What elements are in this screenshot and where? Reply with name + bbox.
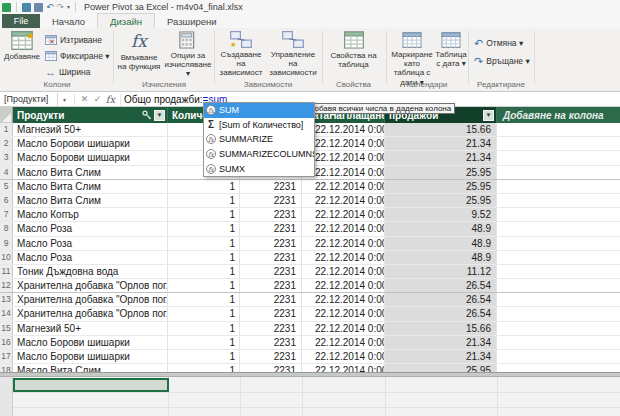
table-row[interactable]: 6 Масло Вита Слим 1 2231 22.12.2014 0:00… [0, 194, 620, 208]
cell-order-number[interactable]: 2231 [240, 279, 302, 292]
cell-sales[interactable]: 48.9 [385, 251, 497, 264]
cell-order-number[interactable]: 2231 [240, 180, 302, 193]
insert-function-icon[interactable]: fx [104, 94, 117, 105]
cell-order-number[interactable]: 2231 [240, 293, 302, 306]
cell-add-column[interactable] [497, 336, 620, 349]
table-row[interactable]: 9 Масло Роза 1 2231 22.12.2014 0:00:00 4… [0, 237, 620, 251]
cell-sales[interactable]: 26.54 [385, 293, 497, 306]
cell-quantity[interactable]: 1 [168, 293, 240, 306]
cell-product[interactable]: Масло Борови шишарки [13, 350, 168, 363]
table-row[interactable]: 11 Тоник Дъждовна вода 1 2231 22.12.2014… [0, 265, 620, 279]
cell-sales[interactable]: 15.66 [385, 322, 497, 335]
row-number[interactable]: 12 [0, 279, 13, 292]
undo-icon[interactable]: ↶ [46, 3, 54, 12]
cell-sales[interactable]: 9.52 [385, 208, 497, 221]
cell-quantity[interactable]: 1 [168, 307, 240, 320]
row-number[interactable]: 2 [0, 137, 13, 150]
cell-sales[interactable]: 48.9 [385, 222, 497, 235]
table-row[interactable]: 14 Хранителна добавка "Орлов поглед" 1 2… [0, 307, 620, 321]
row-number[interactable]: 15 [0, 322, 13, 335]
cell-payment-date[interactable]: 22.12.2014 0:00:00 [302, 364, 385, 372]
row-number[interactable]: 14 [0, 307, 13, 320]
cell-add-column[interactable] [497, 222, 620, 235]
cell-quantity[interactable]: 1 [168, 222, 240, 235]
filter-dropdown-icon[interactable]: ▼ [483, 110, 494, 121]
cell-payment-date[interactable]: 22.12.2014 0:00:00 [302, 180, 385, 193]
cell-quantity[interactable]: 1 [168, 208, 240, 221]
cell-payment-date[interactable]: 22.12.2014 0:00:00 [302, 251, 385, 264]
switch-to-workbook-icon[interactable] [22, 3, 31, 12]
freeze-column-button[interactable]: Фиксиране ▾ [45, 49, 110, 63]
table-row[interactable]: 7 Масло Копър 1 2231 22.12.2014 0:00:00 … [0, 208, 620, 222]
cell-order-number[interactable]: 2231 [240, 350, 302, 363]
cell-product[interactable]: Хранителна добавка "Орлов поглед" [13, 279, 168, 292]
cell-product[interactable]: Масло Роза [13, 251, 168, 264]
filter-dropdown-icon[interactable]: ▼ [154, 110, 165, 121]
cell-order-number[interactable]: 2231 [240, 222, 302, 235]
autocomplete-item[interactable]: Σ [Sum of Количество] [204, 118, 314, 133]
table-row[interactable]: 8 Масло Роза 1 2231 22.12.2014 0:00:00 4… [0, 222, 620, 236]
cell-order-number[interactable]: 2231 [240, 208, 302, 221]
cell-order-number[interactable]: 2231 [240, 237, 302, 250]
cell-product[interactable]: Магнезий 50+ [13, 123, 168, 136]
cell-add-column[interactable] [497, 180, 620, 193]
calculation-options-button[interactable]: Опции за изчисляване ▾ [163, 31, 213, 87]
autocomplete-item[interactable]: fx SUMX [204, 161, 314, 176]
cell-product[interactable]: Хранителна добавка "Орлов поглед" [13, 293, 168, 306]
cell-payment-date[interactable]: 22.12.2014 0:00:00 [302, 265, 385, 278]
cell-quantity[interactable]: 1 [168, 194, 240, 207]
cell-order-number[interactable]: 2231 [240, 194, 302, 207]
cell-order-number[interactable]: 2231 [240, 322, 302, 335]
row-number[interactable]: 5 [0, 180, 13, 193]
cell-product[interactable]: Магнезий 50+ [13, 322, 168, 335]
cell-payment-date[interactable]: 22.12.2014 0:00:00 [302, 322, 385, 335]
cell-sales[interactable]: 25.95 [385, 194, 497, 207]
create-relationship-button[interactable]: ★ Създаване на зависимост [216, 31, 266, 87]
name-box[interactable]: [Продукти] [0, 93, 58, 106]
cell-sales[interactable]: 25.95 [385, 180, 497, 193]
cell-sales[interactable]: 25.95 [385, 166, 497, 179]
table-row[interactable]: 12 Хранителна добавка "Орлов поглед" 1 2… [0, 279, 620, 293]
cell-sales[interactable]: 21.34 [385, 151, 497, 164]
cell-add-column[interactable] [497, 194, 620, 207]
row-number[interactable]: 3 [0, 151, 13, 164]
cell-sales[interactable]: 25.95 [385, 364, 497, 372]
cell-add-column[interactable] [497, 279, 620, 292]
cell-product[interactable]: Масло Копър [13, 208, 168, 221]
cell-add-column[interactable] [497, 208, 620, 221]
cell-product[interactable]: Масло Борови шишарки [13, 137, 168, 150]
cell-sales[interactable]: 26.54 [385, 307, 497, 320]
cell-product[interactable]: Масло Роза [13, 222, 168, 235]
cell-order-number[interactable]: 2231 [240, 265, 302, 278]
cell-order-number[interactable]: 2231 [240, 364, 302, 372]
cell-quantity[interactable]: 1 [168, 265, 240, 278]
cell-add-column[interactable] [497, 137, 620, 150]
redo-icon[interactable]: ↷ [57, 3, 65, 12]
cell-product[interactable]: Масло Вита Слим [13, 194, 168, 207]
table-row[interactable]: 15 Магнезий 50+ 1 2231 22.12.2014 0:00:0… [0, 322, 620, 336]
cell-product[interactable]: Хранителна добавка "Орлов поглед" [13, 307, 168, 320]
cell-payment-date[interactable]: 22.12.2014 0:00:00 [302, 336, 385, 349]
cell-add-column[interactable] [497, 350, 620, 363]
autocomplete-item[interactable]: fx SUMMARIZE [204, 132, 314, 147]
row-number[interactable]: 9 [0, 237, 13, 250]
table-row[interactable]: 13 Хранителна добавка "Орлов поглед" 1 2… [0, 293, 620, 307]
delete-column-button[interactable]: ✕ Изтриване [45, 33, 102, 47]
table-row[interactable]: 16 Масло Борови шишарки 1 2231 22.12.201… [0, 336, 620, 350]
insert-function-button[interactable]: fx Вмъкване на функция [116, 31, 162, 87]
cell-payment-date[interactable]: 22.12.2014 0:00:00 [302, 237, 385, 250]
cell-sales[interactable]: 26.54 [385, 279, 497, 292]
column-width-button[interactable]: ↔ Ширина [45, 65, 90, 79]
tab-home[interactable]: Начало [40, 14, 97, 28]
table-properties-button[interactable]: Свойства на таблица [325, 31, 382, 87]
cell-quantity[interactable]: 1 [168, 322, 240, 335]
cell-sales[interactable]: 15.66 [385, 123, 497, 136]
cell-payment-date[interactable]: 22.12.2014 0:00:00 [302, 208, 385, 221]
redo-button[interactable]: ↷ Връщане ▾ [474, 54, 530, 68]
save-icon[interactable] [34, 3, 43, 12]
cell-sales[interactable]: 21.34 [385, 350, 497, 363]
row-number[interactable]: 4 [0, 166, 13, 179]
cell-add-column[interactable] [497, 251, 620, 264]
cell-add-column[interactable] [497, 364, 620, 372]
mark-as-date-table-button[interactable]: Маркиране като таблица с дати ▾ [388, 31, 436, 87]
